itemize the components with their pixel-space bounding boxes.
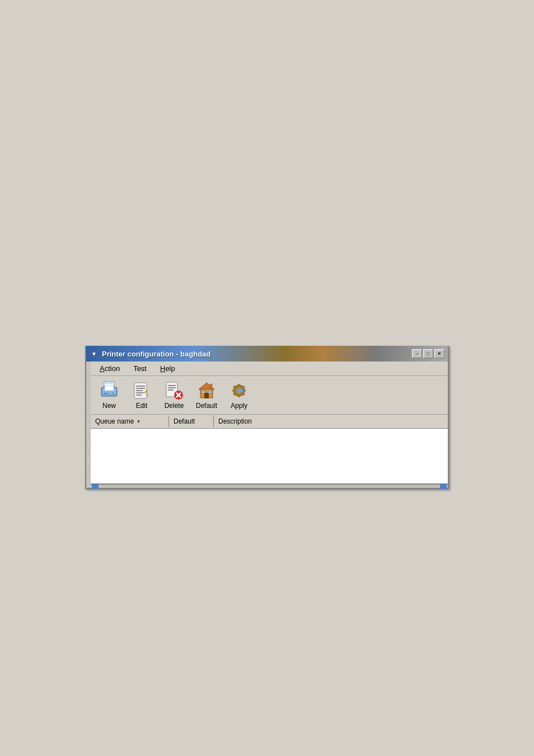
svg-rect-5 (104, 393, 108, 394)
toolbar-apply-button[interactable]: Apply (225, 379, 253, 411)
titlebar-buttons: − □ ✕ (412, 349, 444, 358)
table-body (91, 429, 448, 485)
toolbar-default-button[interactable]: Default (193, 379, 221, 411)
svg-point-6 (112, 392, 114, 395)
col-queue-name-label: Queue name (95, 417, 134, 425)
svg-rect-4 (105, 386, 114, 391)
default-svg (196, 381, 217, 401)
resize-handle-left (86, 361, 91, 488)
col-default: Default (169, 416, 214, 427)
apply-label: Apply (231, 402, 247, 410)
svg-rect-27 (210, 384, 212, 388)
printer-svg (99, 381, 119, 401)
svg-rect-26 (208, 391, 212, 393)
svg-rect-30 (238, 384, 240, 387)
apply-svg (229, 381, 249, 401)
titlebar: ▼ Printer configuration - baghdad − □ ✕ (86, 346, 448, 361)
col-default-label: Default (174, 417, 195, 425)
toolbar: New (91, 376, 448, 415)
delete-icon (164, 381, 184, 401)
table-header: Queue name ▼ Default Description (91, 415, 448, 429)
queue-dropdown-icon[interactable]: ▼ (136, 419, 140, 424)
menu-action-label: A (100, 364, 105, 373)
titlebar-icon: ▼ (90, 349, 99, 358)
menu-test-label: Test (133, 364, 147, 373)
minimize-button[interactable]: − (412, 349, 422, 358)
home-icon (196, 381, 217, 401)
col-description: Description (214, 416, 448, 427)
menu-test[interactable]: Test (131, 363, 149, 374)
col-description-label: Description (218, 417, 252, 425)
svg-rect-1 (105, 383, 113, 384)
menu-help[interactable]: Help (158, 363, 177, 374)
col-queue-name[interactable]: Queue name ▼ (91, 416, 169, 427)
resize-corner-right[interactable] (440, 483, 447, 489)
svg-rect-31 (238, 395, 240, 397)
delete-label: Delete (165, 402, 184, 410)
maximize-button[interactable]: □ (423, 349, 433, 358)
svg-rect-24 (204, 393, 209, 398)
resize-corner-left[interactable] (92, 483, 99, 489)
edit-label: Edit (136, 402, 148, 410)
printer-icon (99, 381, 119, 401)
toolbar-edit-button[interactable]: Edit (128, 379, 156, 411)
svg-rect-32 (232, 389, 235, 392)
menu-help-underline: H (160, 364, 165, 373)
menu-action[interactable]: Action (97, 363, 122, 374)
default-label: Default (196, 402, 217, 410)
new-label: New (102, 402, 116, 410)
apply-icon (229, 381, 249, 401)
delete-svg (164, 381, 184, 401)
menubar: Action Test Help (91, 361, 448, 376)
toolbar-new-button[interactable]: New (95, 379, 123, 411)
toolbar-delete-button[interactable]: Delete (160, 379, 188, 411)
edit-svg (132, 381, 152, 401)
main-window: ▼ Printer configuration - baghdad − □ ✕ … (85, 346, 449, 489)
list-icon (132, 381, 152, 401)
window-title: Printer configuration - baghdad (102, 350, 412, 358)
svg-rect-25 (202, 391, 205, 393)
resize-bottom (91, 485, 448, 488)
close-button[interactable]: ✕ (434, 349, 444, 358)
